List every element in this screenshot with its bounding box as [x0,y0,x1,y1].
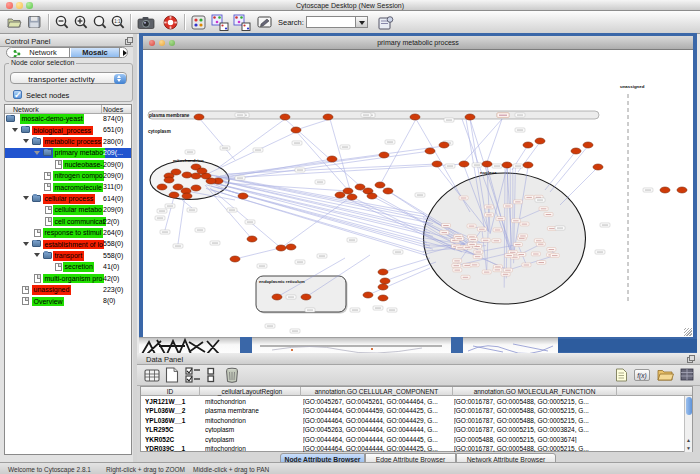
svg-text:unassigned: unassigned [620,84,645,89]
svg-text:mitochondrion: mitochondrion [173,158,204,163]
svg-text:nucleus: nucleus [480,170,497,175]
svg-text:endoplasmic reticulum: endoplasmic reticulum [259,279,305,284]
svg-text:1:1: 1:1 [114,19,121,24]
svg-text:plasma membrane: plasma membrane [149,113,190,118]
svg-text:cytoplasm: cytoplasm [148,129,171,134]
